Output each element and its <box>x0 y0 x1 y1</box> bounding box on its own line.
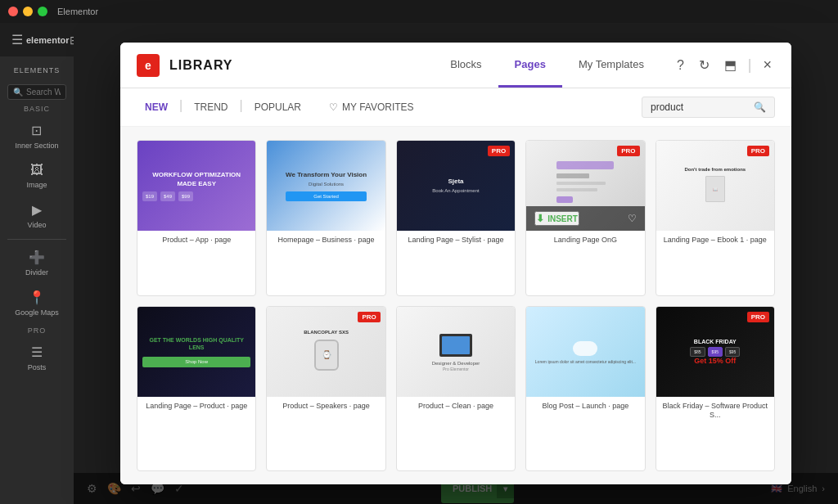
elements-label: ELEMENTS <box>14 66 61 74</box>
watch-graphic: ⌚ <box>314 340 339 371</box>
library-modal: e LIBRARY Blocks Pages My Templates ? ↻ <box>120 43 791 484</box>
sidebar-item-label: Google Maps <box>15 308 59 317</box>
sidebar-item-divider[interactable]: ➕ Divider <box>22 243 52 283</box>
svg-rect-4 <box>556 196 573 203</box>
divider-icon: ➕ <box>29 250 45 265</box>
svg-rect-3 <box>556 188 597 191</box>
sidebar-item-video[interactable]: ▶ Video <box>25 196 50 236</box>
template-thumb: BLACK FRIDAY $85 $95 $95 Get 15% Off PRO <box>656 307 774 397</box>
template-thumb: BLANCOPLAY SXS ⌚ PRO <box>267 307 385 397</box>
pro-badge: PRO <box>488 146 510 156</box>
image-icon: 🖼 <box>30 163 43 178</box>
pro-badge: PRO <box>747 146 769 156</box>
filter-new-button[interactable]: NEW <box>137 98 176 116</box>
close-modal-button[interactable]: × <box>759 53 775 77</box>
template-grid: WORKFLOW OPTIMIZATION MADE EASY $19 $49 … <box>120 127 791 484</box>
help-button[interactable]: ? <box>674 55 687 76</box>
elementor-logo: elementor <box>26 35 70 45</box>
video-icon: ▶ <box>32 202 42 218</box>
insert-overlay: ⬇ INSERT ♡ <box>526 206 644 231</box>
favorites-button[interactable]: ♡ MY FAVORITES <box>329 101 414 113</box>
sidebar-item-label: Image <box>26 181 47 189</box>
svg-rect-2 <box>556 182 606 185</box>
template-thumb: We Transform Your Vision Digital Solutio… <box>267 141 385 231</box>
sidebar-item-label: Posts <box>28 363 47 371</box>
sidebar-item-google-maps[interactable]: 📍 Google Maps <box>11 283 62 323</box>
template-card-landing-stylist[interactable]: Sjeta Book An Appointment PRO Landing Pa… <box>396 140 516 296</box>
elementor-lib-icon: e <box>137 54 160 77</box>
template-name: Landing Page – Stylist · page <box>397 231 515 250</box>
hamburger-icon[interactable]: ☰ <box>8 29 26 51</box>
sync-button[interactable]: ↻ <box>696 54 713 76</box>
search-icon[interactable]: 🔍 <box>754 101 766 113</box>
modal-header: e LIBRARY Blocks Pages My Templates ? ↻ <box>120 43 791 88</box>
svg-rect-1 <box>556 173 589 178</box>
filter-popular-button[interactable]: POPULAR <box>246 98 309 116</box>
tab-blocks[interactable]: Blocks <box>434 43 498 88</box>
minimize-window-button[interactable] <box>23 7 33 16</box>
template-card-product-clean[interactable]: Designer & Developer Pro Elementor Produ… <box>396 306 516 471</box>
filter-trend-button[interactable]: TREND <box>186 98 236 116</box>
library-title: LIBRARY <box>169 58 233 73</box>
favorites-label: MY FAVORITES <box>342 101 414 113</box>
window-top-bar: Elementor <box>0 0 838 23</box>
cloud-graphic <box>573 341 597 356</box>
pro-badge: PRO <box>747 312 769 322</box>
template-card-product-speakers[interactable]: BLANCOPLAY SXS ⌚ PRO Product – Speakers … <box>266 306 385 471</box>
insert-button[interactable]: ⬇ INSERT <box>534 211 579 226</box>
template-name: Product – Speakers · page <box>267 397 385 416</box>
sidebar-item-label: Inner Section <box>15 142 58 150</box>
filter-divider: | <box>240 98 243 116</box>
posts-icon: ☰ <box>31 344 43 360</box>
basic-section-label: BASIC <box>17 105 56 116</box>
sidebar-item-inner-section[interactable]: ⊡ Inner Section <box>11 116 61 156</box>
tab-my-templates[interactable]: My Templates <box>562 43 660 88</box>
insert-label: INSERT <box>547 214 578 223</box>
template-search-input[interactable] <box>651 101 749 113</box>
widget-search-box[interactable]: 🔍 <box>7 84 66 100</box>
template-card-blog-launch[interactable]: Lorem ipsum dolor sit amet consectetur a… <box>525 306 645 471</box>
template-name: Blog Post – Launch · page <box>526 397 644 416</box>
template-search-box[interactable]: 🔍 <box>642 97 775 118</box>
template-card-homepage-business[interactable]: We Transform Your Vision Digital Solutio… <box>266 140 385 296</box>
template-thumb: GET THE WORLDS HIGH QUALITY LENS Shop No… <box>137 307 255 397</box>
template-name: Landing Page – Ebook 1 · page <box>656 231 774 250</box>
download-icon: ⬇ <box>536 213 544 224</box>
template-thumb: Designer & Developer Pro Elementor <box>397 307 515 397</box>
modal-actions: ? ↻ ⬒ | × <box>674 53 775 77</box>
template-name: Product – Clean · page <box>397 397 515 416</box>
template-thumb: Don't trade from emotions 📖 PRO <box>656 141 774 231</box>
modal-overlay: e LIBRARY Blocks Pages My Templates ? ↻ <box>74 23 838 504</box>
save-button[interactable]: ⬒ <box>721 54 740 76</box>
template-card-landing-product[interactable]: GET THE WORLDS HIGH QUALITY LENS Shop No… <box>137 306 256 471</box>
template-card-product-app[interactable]: WORKFLOW OPTIMIZATION MADE EASY $19 $49 … <box>137 140 256 296</box>
inner-section-icon: ⊡ <box>31 123 42 138</box>
template-name: Black Friday – Software Product S... <box>656 397 774 425</box>
pro-badge: PRO <box>358 312 380 322</box>
price-cards: $85 $95 $95 <box>690 347 740 357</box>
sidebar-item-posts[interactable]: ☰ Posts <box>25 338 50 378</box>
maximize-window-button[interactable] <box>38 7 47 16</box>
template-thumb: Sjeta Book An Appointment PRO <box>397 141 515 231</box>
header-separator: | <box>748 56 752 74</box>
favorite-icon[interactable]: ♡ <box>628 213 637 224</box>
template-card-black-friday[interactable]: BLACK FRIDAY $85 $95 $95 Get 15% Off PRO… <box>656 306 775 471</box>
template-card-landing-ong[interactable]: PRO ⬇ INSERT ♡ Landing Page OnG <box>525 140 645 296</box>
sidebar-divider <box>7 239 66 240</box>
library-brand: e LIBRARY <box>137 54 233 77</box>
search-input[interactable] <box>26 88 61 97</box>
sidebar-item-label: Divider <box>25 268 48 277</box>
template-card-landing-ebook[interactable]: Don't trade from emotions 📖 PRO Landing … <box>656 140 775 296</box>
template-thumb: WORKFLOW OPTIMIZATION MADE EASY $19 $49 … <box>137 141 255 231</box>
pro-section-label: PRO <box>21 323 53 338</box>
filter-buttons: NEW | TREND | POPULAR <box>137 98 309 116</box>
laptop-graphic <box>439 334 472 357</box>
heart-icon: ♡ <box>329 101 338 113</box>
sidebar-item-image[interactable]: 🖼 Image <box>23 156 50 196</box>
sidebar: ☰ elementor ⊞ ELEMENTS 🔍 BASIC ⊡ Inner S… <box>0 23 74 504</box>
close-window-button[interactable] <box>8 7 18 16</box>
pro-badge: PRO <box>617 146 639 156</box>
tab-pages[interactable]: Pages <box>498 43 562 88</box>
svg-rect-0 <box>556 161 614 169</box>
filter-divider: | <box>179 98 182 116</box>
